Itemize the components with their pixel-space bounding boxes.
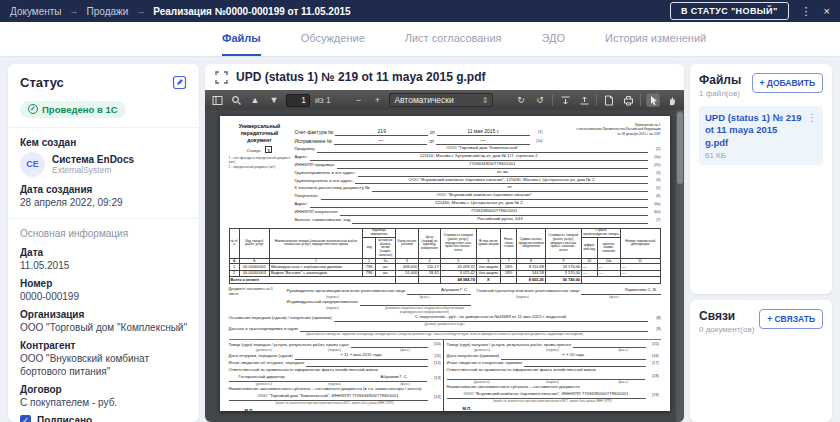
creator-system: ExternalSystem xyxy=(52,165,134,175)
upd-doc-type: Универсальный передаточный документ xyxy=(229,123,291,143)
pdf-toolbar: ▲ ▼ из 1 − + Автоматически ⇕ ↻ ↺ xyxy=(205,90,684,110)
breadcrumb-sales[interactable]: Продажи xyxy=(87,6,129,17)
consignee-line: Грузополучатель и его адрес:ООО "Внуковс… xyxy=(295,177,661,185)
document-info-sidebar: Статус ✓ Проведено в 1С Кем создан СЕ Си… xyxy=(8,64,199,422)
tab-discussion[interactable]: Обсуждение xyxy=(301,22,365,56)
viewer-header: UPD (status 1) № 219 ot 11 maya 2015 g.p… xyxy=(205,64,684,90)
tab-edo[interactable]: ЭДО xyxy=(542,22,566,56)
upd-status-note2: 2 - передаточный документ (акт) xyxy=(229,165,291,169)
topbar-actions: В СТАТУС "НОВЫЙ" ⋮ × xyxy=(670,2,830,20)
divider xyxy=(8,218,199,219)
viewer-scrollbar-thumb[interactable] xyxy=(677,112,683,184)
tab-bar: Файлы Обсуждение Лист согласования ЭДО И… xyxy=(0,22,840,57)
creator-row: СЕ Система EnDocs ExternalSystem xyxy=(20,152,187,177)
pdf-file-title: UPD (status 1) № 219 ot 11 maya 2015 g.p… xyxy=(236,70,485,84)
file-list-item[interactable]: UPD (status 1) № 219 ot 11 maya 2015 g.p… xyxy=(699,106,823,165)
close-icon[interactable]: × xyxy=(824,6,830,17)
field-number-value: 0000-000199 xyxy=(20,290,187,303)
signed-checkbox-row[interactable]: ✓ Подписано xyxy=(20,415,187,422)
seller-line: Продавец:ООО "Торговый дом "Комплексный"… xyxy=(295,145,661,153)
file-name-link[interactable]: UPD (status 1) № 219 ot 11 maya 2015 g.p… xyxy=(705,112,803,149)
fit-page-icon[interactable] xyxy=(558,93,572,107)
next-page-icon[interactable]: ▼ xyxy=(267,93,281,107)
status-badge: ✓ Проведено в 1С xyxy=(20,101,126,118)
currency-line: Валюта: наименование, кодРоссийский рубл… xyxy=(295,216,661,224)
page-number-input[interactable] xyxy=(286,94,310,107)
transport-line: Данные о транспортировке и грузе [9] xyxy=(229,326,661,333)
edit-icon[interactable] xyxy=(172,75,187,90)
fit-width-icon[interactable] xyxy=(577,93,591,107)
field-contract-value: С покупателем - руб. xyxy=(20,396,187,409)
seller-inn-line: ИНН/КПП продавца:7709434926/779601001(2б… xyxy=(295,161,661,169)
ip-signature-line: Индивидуальный предприниматель xyxy=(287,299,471,306)
files-panel-title: Файлы xyxy=(699,73,741,87)
download-icon[interactable] xyxy=(602,93,616,107)
field-counterparty-label: Контрагент xyxy=(20,340,187,351)
upd-status-label: Статус: xyxy=(247,148,262,153)
seller-stamp-label: М.П. xyxy=(245,408,441,411)
upd-appendix-note: Приложение № 1 к постановлению Правитель… xyxy=(543,123,661,145)
creator-name: Система EnDocs xyxy=(52,154,134,165)
checkbox-checked-icon[interactable]: ✓ xyxy=(20,415,31,422)
links-panel: Связи 0 документ(ов) + СВЯЗАТЬ xyxy=(690,300,832,422)
content-area: Статус ✓ Проведено в 1С Кем создан СЕ Си… xyxy=(0,57,840,422)
toolbar-separator xyxy=(640,94,641,106)
zoom-in-icon[interactable]: + xyxy=(370,93,384,107)
created-date-value: 28 апреля 2022, 09:29 xyxy=(20,196,187,209)
buyer-address-line: Адрес:125430, Москва г, Центральная ул, … xyxy=(295,200,661,208)
zoom-level-select[interactable]: Автоматически ⇕ xyxy=(389,93,493,107)
tab-approval-sheet[interactable]: Лист согласования xyxy=(405,22,502,56)
more-menu-icon[interactable]: ⋮ xyxy=(801,6,812,17)
sidebar-toggle-icon[interactable] xyxy=(210,93,224,107)
made-on-note: Документ составлен на 1 листе xyxy=(229,287,281,314)
divider xyxy=(8,127,199,128)
buyer-inn-line: ИНН/КПП покупателя:7709439000/779601001(… xyxy=(295,208,661,216)
upd-signatures: Документ составлен на 1 листе Руководите… xyxy=(229,287,661,411)
toolbar-separator xyxy=(552,94,553,106)
buyer-signature-column: Товар (груз) получил / услуги, результат… xyxy=(443,340,661,412)
text-select-cursor-icon[interactable] xyxy=(646,93,660,107)
signed-label: Подписано xyxy=(37,415,92,422)
links-count: 0 документ(ов) xyxy=(699,325,754,334)
previous-page-icon[interactable]: ▲ xyxy=(248,93,262,107)
field-counterparty-value: ООО "Внуковский комбинат бортового питан… xyxy=(20,352,187,378)
rotate-clockwise-icon[interactable]: ↻ xyxy=(514,93,528,107)
field-number-label: Номер xyxy=(20,278,187,289)
files-panel: Файлы 1 файл(ов) + ДОБАВИТЬ UPD (status … xyxy=(690,64,832,294)
rotate-counterclockwise-icon[interactable]: ↺ xyxy=(533,93,547,107)
right-sidebar: Файлы 1 файл(ов) + ДОБАВИТЬ UPD (status … xyxy=(690,64,832,422)
tab-history[interactable]: История изменений xyxy=(605,22,706,56)
head-signature-line: Руководитель организации или иное уполно… xyxy=(287,287,471,295)
pdf-viewport[interactable]: Универсальный передаточный документ Стат… xyxy=(205,110,684,422)
status-badge-label: Проведено в 1С xyxy=(42,104,118,115)
app-root: Документы → Продажи → Реализация №0000-0… xyxy=(0,0,840,422)
fullscreen-icon[interactable] xyxy=(215,71,228,84)
file-kebab-icon[interactable]: ⋮ xyxy=(807,112,817,160)
field-organization-label: Организация xyxy=(20,309,187,320)
upd-status-value: 1 xyxy=(265,146,272,153)
page-count-label: из 1 xyxy=(315,95,331,105)
zoom-level-value: Автоматически xyxy=(394,95,453,105)
seller-signature-column: Товар (груз) передал / услуги, результат… xyxy=(229,340,443,412)
breadcrumb-arrow-icon: → xyxy=(136,6,145,16)
topbar: Документы → Продажи → Реализация №0000-0… xyxy=(0,0,840,22)
zoom-out-icon[interactable]: − xyxy=(351,93,365,107)
viewer-scrollbar[interactable] xyxy=(676,110,684,422)
payment-doc-line: К платежно-расчетному документу №от(5) xyxy=(295,184,661,192)
search-icon[interactable] xyxy=(229,93,243,107)
avatar: СЕ xyxy=(20,152,45,177)
creator-label: Кем создан xyxy=(20,137,187,148)
pdf-page: Универсальный передаточный документ Стат… xyxy=(220,116,670,411)
add-file-button[interactable]: + ДОБАВИТЬ xyxy=(752,73,823,93)
field-date-value: 11.05.2015 xyxy=(20,259,187,272)
tab-files[interactable]: Файлы xyxy=(222,22,261,56)
field-date-label: Дата xyxy=(20,247,187,258)
buyer-line: Покупатель:ООО "Внуковский комбинат борт… xyxy=(295,192,661,200)
hand-tool-icon[interactable] xyxy=(665,93,679,107)
invoice-number-line: Счет-фактура № 219 от 11 мая 2015 г. (1) xyxy=(295,127,543,136)
main-info-section-title: Основная информация xyxy=(20,228,187,239)
set-status-new-button[interactable]: В СТАТУС "НОВЫЙ" xyxy=(670,2,789,20)
print-icon[interactable] xyxy=(621,93,635,107)
breadcrumb-documents[interactable]: Документы xyxy=(10,6,62,17)
link-document-button[interactable]: + СВЯЗАТЬ xyxy=(759,309,823,329)
